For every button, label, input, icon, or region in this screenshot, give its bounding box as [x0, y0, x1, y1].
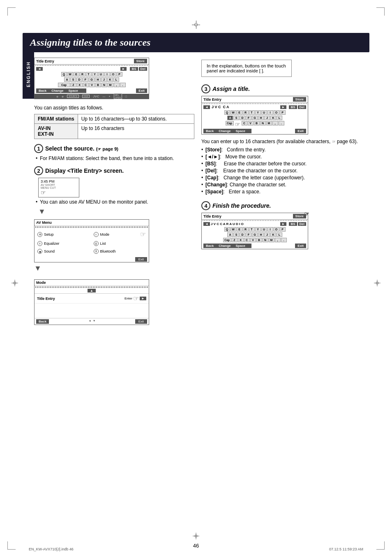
key-v[interactable]: V: [89, 83, 95, 87]
left-arrow-3[interactable]: ◄: [203, 222, 210, 226]
bs-btn-3[interactable]: BS: [289, 222, 297, 226]
key3-o[interactable]: O: [274, 227, 279, 232]
key3-t[interactable]: T: [249, 227, 255, 232]
mode-exit-btn[interactable]: Exit: [135, 319, 147, 324]
key-m[interactable]: M: [108, 83, 113, 87]
space-btn-3[interactable]: Space: [233, 244, 251, 248]
right-arrow-3[interactable]: ►: [280, 222, 287, 226]
key3-e[interactable]: E: [237, 227, 242, 232]
key3-g[interactable]: G: [252, 232, 258, 237]
key3-s[interactable]: S: [233, 232, 239, 237]
key2-a[interactable]: A: [227, 116, 233, 120]
key3-b[interactable]: B: [256, 238, 262, 242]
del-button[interactable]: Del: [139, 67, 147, 71]
key2-d[interactable]: D: [240, 116, 245, 120]
key-g[interactable]: G: [89, 77, 95, 82]
space-btn-2[interactable]: Space: [233, 129, 251, 133]
key-k[interactable]: K: [107, 77, 113, 82]
key2-y[interactable]: Y: [255, 110, 261, 115]
space-button-1[interactable]: Space: [66, 88, 86, 93]
key-x[interactable]: X: [77, 83, 83, 87]
key3-w[interactable]: W: [231, 227, 236, 232]
store-btn-3[interactable]: Store ☞: [293, 214, 306, 218]
key-y[interactable]: Y: [92, 72, 98, 77]
key2-l[interactable]: L: [277, 116, 282, 120]
back-btn-2[interactable]: Back: [203, 129, 216, 133]
key-w[interactable]: W: [67, 72, 73, 77]
change-button-1[interactable]: Change: [49, 88, 66, 93]
key-f[interactable]: F: [83, 77, 88, 82]
key3-c[interactable]: C: [244, 238, 250, 242]
key2-n[interactable]: N: [260, 121, 266, 125]
left-arrow-btn[interactable]: ◄: [36, 67, 43, 71]
key-u[interactable]: U: [98, 72, 104, 77]
av-menu-bluetooth[interactable]: ᛒ Bluetooth: [92, 248, 148, 255]
key2-f[interactable]: F: [246, 116, 251, 120]
av-menu-sound[interactable]: ◉ Sound: [36, 248, 91, 255]
exit-btn-3[interactable]: Exit: [295, 244, 306, 248]
av-menu-mode[interactable]: ☼ Mode ☞: [92, 230, 148, 239]
key3-i[interactable]: I: [267, 227, 273, 232]
key2-cap[interactable]: Cap: [226, 121, 234, 125]
key3-d[interactable]: D: [240, 232, 245, 237]
key-e[interactable]: E: [74, 72, 79, 77]
mode-back-btn[interactable]: Back: [36, 319, 49, 324]
key2-e[interactable]: E: [237, 110, 242, 115]
store-button[interactable]: Store: [134, 59, 147, 63]
key2-t[interactable]: T: [249, 110, 255, 115]
key3-k[interactable]: K: [270, 232, 276, 237]
key3-r[interactable]: R: [243, 227, 249, 232]
back-btn-3[interactable]: Back: [203, 244, 216, 248]
key2-o[interactable]: O: [274, 110, 279, 115]
key2-m[interactable]: M: [266, 121, 272, 125]
key-comma[interactable]: ,: [114, 83, 120, 87]
key2-p[interactable]: P: [280, 110, 286, 115]
store-btn-2[interactable]: Store: [293, 97, 306, 102]
key3-period3[interactable]: .: [281, 238, 287, 242]
key2-k[interactable]: K: [270, 116, 276, 120]
key-o[interactable]: O: [111, 72, 116, 77]
key2-b[interactable]: B: [254, 121, 260, 125]
av-menu-equalizer[interactable]: ≡ Equalizer: [36, 240, 91, 247]
key3-f[interactable]: F: [246, 232, 251, 237]
key-j[interactable]: J: [101, 77, 107, 82]
key-cap[interactable]: Cap: [58, 83, 70, 87]
key-i[interactable]: I: [104, 72, 110, 77]
key-c[interactable]: C: [83, 83, 89, 87]
key-a[interactable]: A: [64, 77, 70, 82]
key2-s[interactable]: S: [233, 116, 239, 120]
av-menu-exit-btn[interactable]: Exit: [135, 257, 147, 262]
key2-u[interactable]: U: [261, 110, 267, 115]
key2-comma2[interactable]: ,: [272, 121, 278, 125]
key2-q[interactable]: Q: [224, 110, 230, 115]
bs-btn-2[interactable]: BS: [289, 105, 297, 109]
key2-c[interactable]: C: [242, 121, 247, 125]
del-btn-2[interactable]: Del: [298, 105, 306, 109]
key3-p[interactable]: P: [280, 227, 286, 232]
key3-y[interactable]: Y: [255, 227, 261, 232]
key3-cap[interactable]: Cap: [223, 238, 231, 242]
key2-i[interactable]: I: [267, 110, 273, 115]
key3-q[interactable]: Q: [224, 227, 230, 232]
key2-w[interactable]: W: [231, 110, 236, 115]
key3-n[interactable]: N: [263, 238, 268, 242]
key-h[interactable]: H: [95, 77, 101, 82]
key-n[interactable]: N: [101, 83, 107, 87]
av-menu-list[interactable]: ☰ List: [92, 240, 148, 247]
bs-button[interactable]: BS: [130, 67, 138, 71]
key3-z[interactable]: Z: [232, 238, 238, 242]
key3-comma3[interactable]: ,: [275, 238, 281, 242]
key-t[interactable]: T: [86, 72, 92, 77]
key-period[interactable]: .: [120, 83, 126, 87]
key3-h[interactable]: H: [258, 232, 264, 237]
key-b[interactable]: B: [95, 83, 101, 87]
key2-j[interactable]: J: [264, 116, 270, 120]
exit-btn-2[interactable]: Exit: [295, 129, 306, 133]
key3-l[interactable]: L: [277, 232, 282, 237]
key3-j[interactable]: J: [264, 232, 270, 237]
key3-m[interactable]: M: [269, 238, 274, 242]
right-arrow-2[interactable]: ►: [280, 105, 287, 109]
key2-period2[interactable]: .: [279, 121, 284, 125]
key3-u[interactable]: U: [261, 227, 267, 232]
key3-a[interactable]: A: [227, 232, 233, 237]
